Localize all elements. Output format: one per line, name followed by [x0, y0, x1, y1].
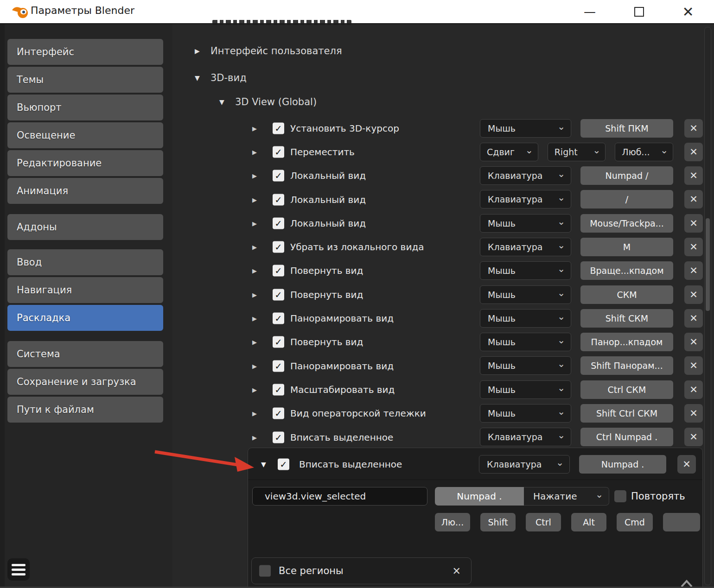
keymap-item-checkbox[interactable]: ✓ [273, 241, 284, 253]
sidebar-item-section[interactable]: Пути к файлам [7, 397, 163, 423]
remove-button[interactable]: ✕ [684, 261, 703, 280]
keymap-item-checkbox[interactable]: ✓ [273, 313, 284, 324]
expand-triangle-icon[interactable]: ▶ [252, 315, 257, 322]
key-binding-button[interactable]: / [580, 190, 673, 209]
modifier-button[interactable]: Лю... [435, 513, 470, 531]
expand-triangle-icon[interactable]: ▶ [252, 410, 257, 417]
keymap-item-checkbox[interactable]: ✓ [273, 360, 284, 372]
event-type-select[interactable]: Мышь⌄ [480, 119, 571, 138]
expand-triangle-icon[interactable]: ▶ [252, 196, 257, 203]
event-type-select[interactable]: Мышь⌄ [480, 261, 571, 280]
sidebar-item-section[interactable]: Анимация [7, 178, 163, 204]
sidebar-item-section[interactable]: Вьюпорт [7, 95, 163, 120]
expand-triangle-icon[interactable]: ▶ [252, 172, 257, 179]
collapse-triangle-icon[interactable]: ▼ [261, 461, 266, 468]
event-type-select[interactable]: Мышь⌄ [480, 404, 571, 423]
keymap-row[interactable]: ▶ ✓ Панорамировать вид Мышь⌄Shift СКМ ✕ [250, 306, 703, 330]
remove-button[interactable]: ✕ [684, 309, 703, 328]
remove-button[interactable]: ✕ [684, 380, 703, 399]
event-type-select[interactable]: Клавиатура⌄ [480, 238, 571, 256]
expand-triangle-icon[interactable]: ▶ [252, 434, 257, 441]
all-regions-checkbox[interactable] [259, 565, 271, 577]
sidebar-item-section[interactable]: Освещение [7, 122, 163, 148]
event-type-select[interactable]: Клавиатура⌄ [480, 428, 571, 446]
keymap-item-checkbox[interactable]: ✓ [273, 122, 284, 134]
keymap-row[interactable]: ▶ ✓ Вписать выделенное Клавиатура⌄Ctrl N… [250, 425, 703, 449]
event-type-select[interactable]: Мышь⌄ [480, 380, 571, 399]
minimize-button[interactable]: — [577, 0, 603, 23]
event-type-select[interactable]: Сдвиг⌄ [480, 143, 538, 161]
expand-triangle-icon[interactable]: ▶ [252, 362, 257, 369]
event-type-select[interactable]: Мышь⌄ [480, 285, 571, 304]
key-binding-button[interactable]: СКМ [580, 285, 673, 304]
event-type-select[interactable]: Мышь⌄ [480, 309, 571, 328]
keymap-row[interactable]: ▶ ✓ Локальный вид Мышь⌄Mouse/Trackpa... … [250, 211, 703, 235]
key-binding-button[interactable]: Ctrl Numpad . [580, 428, 673, 446]
operator-id-field[interactable]: view3d.view_selected [252, 487, 427, 506]
repeat-checkbox[interactable] [614, 490, 626, 502]
remove-button[interactable]: ✕ [684, 119, 703, 138]
keymap-item-checkbox[interactable]: ✓ [273, 217, 284, 229]
keymap-item-checkbox[interactable]: ✓ [273, 431, 284, 443]
key-capture-button[interactable]: Numpad . [435, 487, 524, 506]
remove-button[interactable]: ✕ [684, 214, 703, 233]
keymap-row[interactable]: ▶ ✓ Установить 3D-курсор Мышь⌄Shift ПКМ … [250, 116, 703, 140]
remove-button[interactable]: ✕ [684, 190, 703, 209]
key-binding-button[interactable]: Враще...кпадом [580, 261, 673, 280]
keymap-row[interactable]: ▶ ✓ Локальный вид Клавиатура⌄/ ✕ [250, 188, 703, 211]
expand-triangle-icon[interactable]: ▶ [252, 244, 257, 251]
keymap-row[interactable]: ▶ ✓ Убрать из локального вида Клавиатура… [250, 235, 703, 259]
remove-button[interactable]: ✕ [684, 333, 703, 351]
tree-item-user-interface[interactable]: ▶ Интерфейс пользователя [195, 44, 342, 58]
keymap-item-checkbox[interactable]: ✓ [273, 408, 284, 419]
sidebar-item-section[interactable]: Аддоны [7, 214, 163, 240]
scrollbar-track[interactable] [704, 27, 711, 585]
keymap-item-checkbox[interactable]: ✓ [273, 170, 284, 182]
preferences-menu-button[interactable] [7, 558, 30, 581]
keymap-row[interactable]: ▶ ✓ Повернуть вид Мышь⌄Панор...кпадом ✕ [250, 330, 703, 354]
expand-triangle-icon[interactable]: ▶ [252, 386, 257, 393]
key-binding-button[interactable]: Shift ПКМ [580, 119, 673, 138]
sidebar-item-section[interactable]: Ввод [7, 249, 163, 275]
sidebar-item-section[interactable]: Интерфейс [7, 39, 163, 65]
keymap-item-checkbox[interactable]: ✓ [273, 265, 284, 277]
remove-button[interactable]: ✕ [684, 143, 703, 161]
event-type-select[interactable]: Клавиатура⌄ [480, 166, 571, 185]
expand-triangle-icon[interactable]: ▶ [252, 339, 257, 346]
modifier-button-empty[interactable] [663, 513, 700, 531]
key-binding-button[interactable]: M [580, 238, 673, 256]
maximize-button[interactable] [626, 0, 652, 23]
modifier-button[interactable]: Ctrl [526, 513, 561, 531]
sidebar-item-section[interactable]: Темы [7, 67, 163, 93]
keymap-row[interactable]: ▶ ✓ Вид операторской тележки Мышь⌄Shift … [250, 402, 703, 425]
key-binding-button[interactable]: Numpad / [580, 166, 673, 185]
expand-triangle-icon[interactable]: ▶ [252, 291, 257, 298]
sidebar-item-section[interactable]: Система [7, 341, 163, 367]
key-binding-button[interactable]: Shift Ctrl СКМ [580, 404, 673, 423]
keymap-row[interactable]: ▶ ✓ Панорамировать вид Мышь⌄Shift Панора… [250, 354, 703, 378]
key-binding-button[interactable]: Mouse/Trackpa... [580, 214, 673, 233]
keymap-row[interactable]: ▶ ✓ Повернуть вид Мышь⌄Враще...кпадом ✕ [250, 259, 703, 283]
modifier-button[interactable]: Alt [571, 513, 606, 531]
keymap-item-checkbox[interactable]: ✓ [273, 146, 284, 158]
modifier-button[interactable]: Cmd [617, 513, 653, 531]
expand-triangle-icon[interactable]: ▶ [252, 267, 257, 274]
remove-button[interactable]: ✕ [684, 166, 703, 185]
keymap-item-checkbox[interactable]: ✓ [273, 194, 284, 205]
sidebar-item-section[interactable]: Сохранение и загрузка [7, 369, 163, 395]
keymap-item-checkbox[interactable]: ✓ [278, 459, 289, 470]
expand-triangle-icon[interactable]: ▶ [252, 148, 257, 155]
close-icon[interactable]: ✕ [453, 565, 461, 577]
event-type-select[interactable]: Мышь⌄ [480, 333, 571, 351]
close-window-button[interactable]: ✕ [675, 0, 701, 23]
event-type-select[interactable]: Люб...⌄ [615, 143, 673, 161]
expanded-item-header[interactable]: ▼ ✓ Вписать выделенное Клавиатура ⌄ Nump… [248, 454, 702, 475]
expand-triangle-icon[interactable]: ▶ [252, 125, 257, 132]
keymap-item-checkbox[interactable]: ✓ [273, 384, 284, 395]
remove-button[interactable]: ✕ [677, 455, 696, 474]
remove-button[interactable]: ✕ [684, 428, 703, 446]
sidebar-item-section[interactable]: Редактирование [7, 150, 163, 176]
sidebar-item-section[interactable]: Навигация [7, 277, 163, 303]
keymap-row[interactable]: ▶ ✓ Масштабировать вид Мышь⌄Ctrl СКМ ✕ [250, 378, 703, 401]
event-type-select[interactable]: Right⌄ [548, 143, 606, 161]
